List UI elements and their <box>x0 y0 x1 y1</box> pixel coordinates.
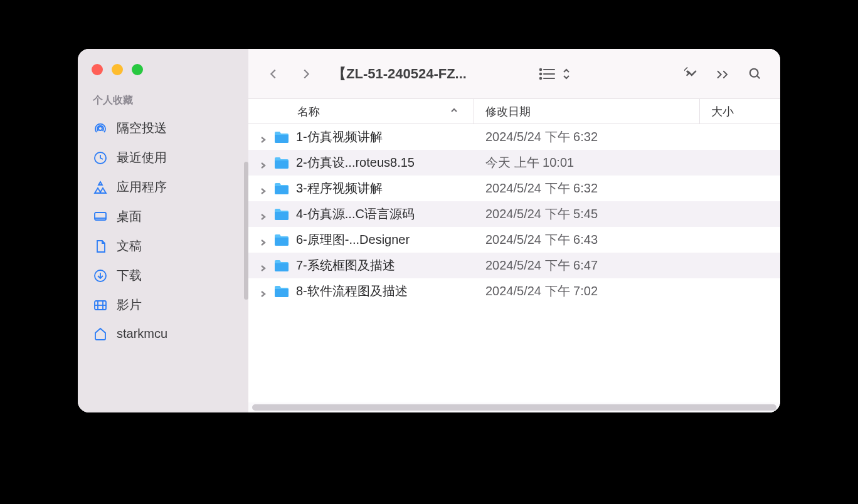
file-name: 6-原理图-...Designer <box>296 231 474 248</box>
sidebar-item-film[interactable]: 影片 <box>78 290 248 320</box>
overflow-icon[interactable] <box>716 60 730 88</box>
sidebar-item-label: 隔空投送 <box>117 120 167 137</box>
file-row[interactable]: 1-仿真视频讲解2024/5/24 下午 6:32 <box>248 124 780 150</box>
sidebar-item-label: 影片 <box>117 297 142 313</box>
disclosure-icon[interactable] <box>258 210 267 219</box>
folder-icon <box>273 259 290 273</box>
window-controls <box>78 61 248 90</box>
file-name: 4-仿真源...C语言源码 <box>296 206 474 223</box>
folder-icon <box>273 182 290 196</box>
column-date-label: 修改日期 <box>485 104 531 119</box>
file-name: 8-软件流程图及描述 <box>296 283 474 300</box>
file-date: 2024/5/24 下午 6:47 <box>474 257 700 274</box>
svg-point-0 <box>98 127 102 130</box>
sidebar-item-desktop[interactable]: 桌面 <box>78 202 248 231</box>
file-row[interactable]: 2-仿真设...roteus8.15今天 上午 10:01 <box>248 150 780 176</box>
file-row[interactable]: 4-仿真源...C语言源码2024/5/24 下午 5:45 <box>248 201 780 227</box>
file-date: 2024/5/24 下午 6:43 <box>474 231 700 248</box>
download-icon <box>93 268 108 283</box>
toolbar: 【ZL-51-240524-FZ... <box>248 49 780 99</box>
file-name: 1-仿真视频讲解 <box>296 129 474 145</box>
horizontal-scrollbar[interactable] <box>248 402 780 412</box>
file-list: 1-仿真视频讲解2024/5/24 下午 6:322-仿真设...roteus8… <box>248 124 780 402</box>
sidebar-item-airdrop[interactable]: 隔空投送 <box>78 113 248 143</box>
file-date: 2024/5/24 下午 7:02 <box>474 283 700 300</box>
svg-point-10 <box>540 68 542 70</box>
folder-icon <box>273 156 290 170</box>
view-options-button[interactable] <box>538 67 571 81</box>
sidebar-item-label: starkmcu <box>117 327 167 341</box>
file-row[interactable]: 6-原理图-...Designer2024/5/24 下午 6:43 <box>248 227 780 253</box>
file-date: 2024/5/24 下午 6:32 <box>474 180 700 197</box>
search-button[interactable] <box>741 60 769 88</box>
sidebar: 个人收藏 隔空投送最近使用应用程序桌面文稿下载影片starkmcu <box>78 49 248 412</box>
more-button[interactable] <box>677 60 705 88</box>
sidebar-item-label: 桌面 <box>117 208 142 225</box>
sort-indicator-icon <box>450 105 458 118</box>
sidebar-item-label: 文稿 <box>117 238 142 255</box>
forward-button[interactable] <box>292 60 320 88</box>
clock-icon <box>93 150 108 165</box>
sidebar-item-doc[interactable]: 文稿 <box>78 231 248 261</box>
svg-point-14 <box>540 77 542 79</box>
file-row[interactable]: 7-系统框图及描述2024/5/24 下午 6:47 <box>248 253 780 278</box>
scrollbar-thumb[interactable] <box>252 404 776 411</box>
sidebar-item-label: 下载 <box>117 267 142 284</box>
sidebar-item-clock[interactable]: 最近使用 <box>78 143 248 172</box>
folder-icon <box>273 130 290 144</box>
close-button[interactable] <box>92 64 103 75</box>
file-date: 2024/5/24 下午 6:32 <box>474 129 700 145</box>
nav-buttons <box>260 60 320 88</box>
film-icon <box>93 298 108 313</box>
sidebar-item-label: 最近使用 <box>117 149 167 166</box>
svg-line-17 <box>757 75 760 78</box>
disclosure-icon[interactable] <box>258 261 267 270</box>
file-row[interactable]: 8-软件流程图及描述2024/5/24 下午 7:02 <box>248 278 780 304</box>
file-name: 3-程序视频讲解 <box>296 180 474 197</box>
column-date[interactable]: 修改日期 <box>474 99 700 123</box>
folder-icon <box>273 233 290 247</box>
desktop-icon <box>93 209 108 224</box>
doc-icon <box>93 239 108 254</box>
file-name: 2-仿真设...roteus8.15 <box>296 154 474 171</box>
file-date: 今天 上午 10:01 <box>474 154 700 171</box>
disclosure-icon[interactable] <box>258 287 267 296</box>
file-row[interactable]: 3-程序视频讲解2024/5/24 下午 6:32 <box>248 176 780 201</box>
back-button[interactable] <box>260 60 287 88</box>
disclosure-icon[interactable] <box>258 133 267 142</box>
home-icon <box>93 326 108 341</box>
minimize-button[interactable] <box>112 64 123 75</box>
file-name: 7-系统框图及描述 <box>296 257 474 274</box>
sidebar-item-download[interactable]: 下载 <box>78 261 248 290</box>
airdrop-icon <box>93 121 108 136</box>
svg-point-16 <box>750 68 758 76</box>
zoom-button[interactable] <box>132 64 143 75</box>
sidebar-item-label: 应用程序 <box>117 179 167 196</box>
sidebar-scrollbar[interactable] <box>244 162 248 300</box>
sidebar-item-apps[interactable]: 应用程序 <box>78 172 248 202</box>
column-name-label: 名称 <box>297 104 320 119</box>
svg-rect-2 <box>95 213 106 220</box>
apps-icon <box>93 180 108 195</box>
svg-point-12 <box>540 73 542 75</box>
finder-window: 个人收藏 隔空投送最近使用应用程序桌面文稿下载影片starkmcu 【ZL-51… <box>78 49 780 412</box>
file-date: 2024/5/24 下午 5:45 <box>474 206 700 223</box>
folder-icon <box>273 207 290 221</box>
folder-icon <box>273 285 290 298</box>
main-pane: 【ZL-51-240524-FZ... <box>248 49 780 412</box>
column-size-label: 大小 <box>711 104 734 119</box>
disclosure-icon[interactable] <box>258 184 267 193</box>
sidebar-section-favorites: 个人收藏 <box>78 90 248 113</box>
column-headers: 名称 修改日期 大小 <box>248 99 780 124</box>
disclosure-icon[interactable] <box>258 159 267 167</box>
disclosure-icon[interactable] <box>258 236 267 244</box>
column-size[interactable]: 大小 <box>700 99 780 123</box>
sidebar-item-home[interactable]: starkmcu <box>78 320 248 347</box>
column-name[interactable]: 名称 <box>248 99 474 123</box>
window-title: 【ZL-51-240524-FZ... <box>332 65 533 83</box>
